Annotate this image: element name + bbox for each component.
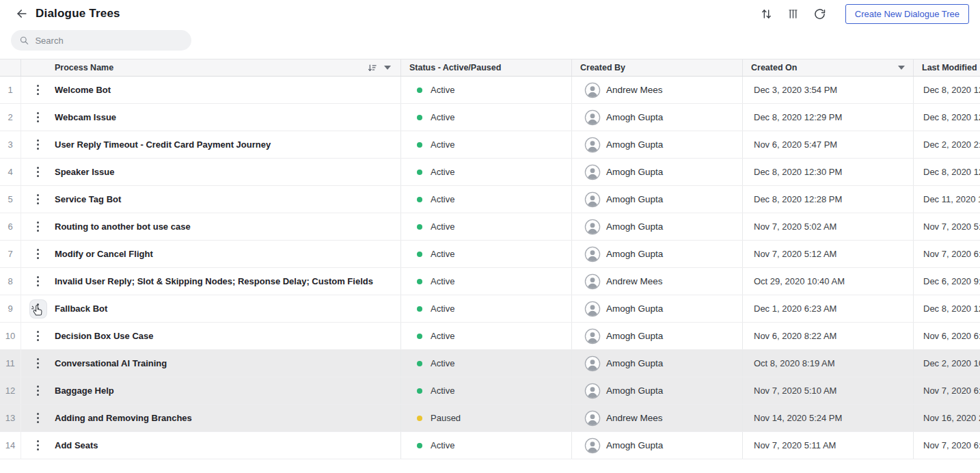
- row-menu-button[interactable]: [30, 437, 46, 455]
- top-bar-actions: Create New Dialogue Tree: [759, 4, 969, 24]
- row-menu-button[interactable]: [30, 81, 46, 99]
- row-menu-button[interactable]: [30, 382, 46, 400]
- row-menu-button[interactable]: [30, 191, 46, 208]
- process-name[interactable]: Add Seats: [55, 432, 401, 459]
- back-button[interactable]: [12, 4, 31, 23]
- process-name[interactable]: Invalid User Reply; Slot & Skipping Node…: [55, 268, 401, 295]
- row-number: 4: [0, 159, 21, 185]
- process-name[interactable]: Service Tag Bot: [55, 186, 401, 213]
- table-row[interactable]: 2 Webcam Issue Active Amogh Gupta Dec 8,…: [0, 104, 980, 131]
- table-row[interactable]: 3 User Reply Timeout - Credit Card Payme…: [0, 131, 980, 159]
- created-by-name: Amogh Gupta: [606, 167, 663, 177]
- status-label: Active: [431, 276, 454, 286]
- row-menu-button[interactable]: [30, 355, 46, 373]
- status-label: Active: [431, 194, 454, 204]
- user-avatar-icon: [584, 109, 601, 126]
- column-header-process-name[interactable]: Process Name: [21, 59, 401, 76]
- table-row[interactable]: 14 Add Seats Active Amogh Gupta Nov 7, 2…: [0, 432, 980, 459]
- process-name[interactable]: Conversational AI Training: [55, 350, 401, 377]
- last-modified: Dec 8, 2020 12: [914, 159, 980, 185]
- row-number: 3: [0, 131, 21, 158]
- user-avatar-icon: [584, 437, 601, 454]
- row-menu-button[interactable]: [30, 245, 46, 263]
- column-sort-icon[interactable]: [367, 63, 377, 73]
- process-name[interactable]: Welcome Bot: [55, 77, 401, 103]
- column-header-status[interactable]: Status - Active/Paused: [401, 59, 572, 76]
- column-header-created-by[interactable]: Created By: [572, 59, 743, 76]
- status-label: Active: [431, 440, 454, 450]
- created-on: Oct 29, 2020 10:40 AM: [743, 268, 914, 295]
- table-row[interactable]: 8 Invalid User Reply; Slot & Skipping No…: [0, 268, 980, 295]
- created-on: Nov 7, 2020 5:10 AM: [743, 377, 914, 404]
- created-on-filter-caret-icon[interactable]: [898, 66, 905, 70]
- row-menu-button[interactable]: [30, 300, 46, 318]
- row-menu-button[interactable]: [30, 409, 46, 427]
- process-name[interactable]: Decision Box Use Case: [55, 323, 401, 349]
- table-row[interactable]: 5 Service Tag Bot Active Amogh Gupta Dec…: [0, 186, 980, 213]
- last-modified: Dec 2, 2020 10: [914, 350, 980, 377]
- user-avatar-icon: [584, 137, 601, 153]
- dialogue-trees-page: Dialogue Trees Create New Dialogue Tree …: [0, 0, 980, 473]
- process-name[interactable]: Fallback Bot: [55, 295, 401, 322]
- search-icon: [19, 35, 29, 46]
- search-box[interactable]: [11, 30, 191, 51]
- last-modified: Nov 16, 2020 2: [914, 405, 980, 431]
- last-modified: Dec 8, 2020 12: [914, 104, 980, 131]
- process-name[interactable]: Adding and Removing Branches: [55, 405, 401, 431]
- row-menu-button[interactable]: [30, 136, 46, 154]
- row-menu-button[interactable]: [30, 109, 46, 126]
- created-on: Nov 14, 2020 5:24 PM: [743, 405, 914, 431]
- table-row[interactable]: 9 Fallback Bot Active Amogh Gupta Dec 1,…: [0, 295, 980, 323]
- process-name[interactable]: Webcam Issue: [55, 104, 401, 131]
- header-gutter: [0, 59, 21, 76]
- process-name[interactable]: Routing to another bot use case: [55, 213, 401, 240]
- created-by-name: Amogh Gupta: [606, 249, 663, 259]
- process-name[interactable]: Baggage Help: [55, 377, 401, 404]
- user-avatar-icon: [584, 383, 601, 399]
- status-dot: [417, 361, 422, 366]
- status-label: Active: [431, 221, 454, 232]
- status-dot: [417, 388, 422, 394]
- created-by-name: Andrew Mees: [606, 276, 663, 286]
- table-row[interactable]: 7 Modify or Cancel Flight Active Amogh G…: [0, 241, 980, 268]
- top-bar: Dialogue Trees Create New Dialogue Tree: [0, 0, 980, 27]
- table-row[interactable]: 12 Baggage Help Active Amogh Gupta Nov 7…: [0, 377, 980, 405]
- process-name[interactable]: Speaker Issue: [55, 159, 401, 185]
- process-name[interactable]: User Reply Timeout - Credit Card Payment…: [55, 131, 401, 158]
- last-modified: Dec 8, 2020 12: [914, 295, 980, 322]
- table-row[interactable]: 4 Speaker Issue Active Amogh Gupta Dec 8…: [0, 159, 980, 186]
- column-header-created-on[interactable]: Created On: [743, 59, 914, 76]
- refresh-icon: [813, 8, 826, 21]
- table-row[interactable]: 10 Decision Box Use Case Active Amogh Gu…: [0, 323, 980, 350]
- process-name-filter-caret-icon[interactable]: [384, 66, 391, 70]
- columns-button[interactable]: [785, 5, 802, 22]
- back-arrow-icon: [15, 7, 29, 21]
- created-by-name: Amogh Gupta: [606, 112, 663, 122]
- row-menu-button[interactable]: [30, 327, 46, 345]
- row-menu-button[interactable]: [30, 218, 46, 236]
- row-menu-button[interactable]: [30, 163, 46, 181]
- last-modified: Nov 7, 2020 6:: [914, 432, 980, 459]
- user-avatar-icon: [584, 301, 601, 317]
- last-modified: Dec 2, 2020 2:: [914, 131, 980, 158]
- column-header-last-modified[interactable]: Last Modified: [914, 59, 980, 76]
- row-number: 7: [0, 241, 21, 267]
- user-avatar-icon: [584, 82, 601, 98]
- sort-button[interactable]: [759, 5, 775, 22]
- row-menu-button[interactable]: [30, 273, 46, 290]
- process-name[interactable]: Modify or Cancel Flight: [55, 241, 401, 267]
- search-section: [0, 27, 980, 59]
- row-number: 2: [0, 104, 21, 131]
- create-new-dialogue-tree-button[interactable]: Create New Dialogue Tree: [845, 4, 969, 24]
- table-row[interactable]: 1 Welcome Bot Active Andrew Mees Dec 3, …: [0, 77, 980, 104]
- status-label: Active: [431, 386, 454, 396]
- table-row[interactable]: 13 Adding and Removing Branches Paused A…: [0, 405, 980, 432]
- refresh-button[interactable]: [812, 5, 828, 22]
- table-row[interactable]: 11 Conversational AI Training Active Amo…: [0, 350, 980, 377]
- column-label-process-name: Process Name: [55, 63, 113, 72]
- search-input[interactable]: [35, 36, 183, 46]
- row-number: 13: [0, 405, 21, 431]
- created-by-name: Amogh Gupta: [606, 440, 663, 450]
- table-row[interactable]: 6 Routing to another bot use case Active…: [0, 213, 980, 241]
- last-modified: Nov 7, 2020 6:: [914, 377, 980, 404]
